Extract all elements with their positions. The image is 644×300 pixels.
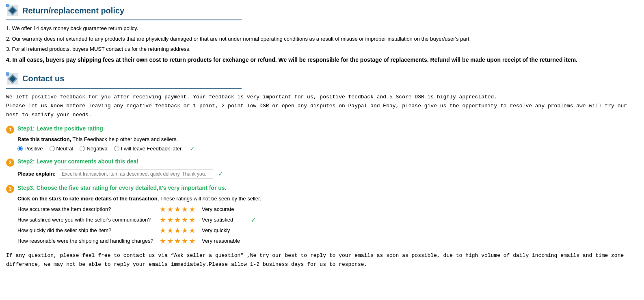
star-2-3[interactable]: ★ bbox=[174, 226, 181, 235]
contact-intro-line1: We left positive feedback for you after … bbox=[6, 93, 638, 102]
radio-later-input[interactable] bbox=[114, 146, 119, 151]
rating-question-2: How quickly did the seller ship the item… bbox=[17, 227, 156, 233]
stars-intro: Click on the stars to rate more details … bbox=[17, 196, 638, 202]
rate-label: Rate this transaction, This Feedback hel… bbox=[17, 136, 638, 142]
svg-rect-7 bbox=[6, 72, 9, 76]
contact-intro-line2: Please let us know before leaving any ne… bbox=[6, 102, 638, 120]
step3-checkmark: ✓ bbox=[251, 215, 257, 224]
contact-diamond-icon bbox=[6, 72, 19, 85]
stars-section: Click on the stars to rate more details … bbox=[17, 196, 638, 246]
step1-number: 1 bbox=[6, 126, 14, 134]
radio-negativa-input[interactable] bbox=[80, 146, 85, 151]
step2-header: 2 Step2: Leave your comments about this … bbox=[6, 158, 638, 167]
star-2-1[interactable]: ★ bbox=[160, 226, 166, 235]
star-3-3[interactable]: ★ bbox=[174, 237, 181, 246]
step3-header: 3 Step3: Choose the five star rating for… bbox=[6, 185, 638, 193]
star-3-2[interactable]: ★ bbox=[167, 237, 173, 246]
rating-rows: How accurate was the Item description? ★… bbox=[17, 205, 638, 246]
rating-label-2: Very quickly bbox=[202, 227, 242, 233]
please-explain-row: Please explain: ✓ bbox=[17, 169, 638, 179]
rating-question-0: How accurate was the Item description? bbox=[17, 206, 156, 212]
return-policy-title: Return/replacement policy bbox=[22, 6, 124, 15]
step3-number: 3 bbox=[6, 185, 14, 193]
svg-rect-3 bbox=[6, 4, 9, 7]
star-3-1[interactable]: ★ bbox=[160, 237, 166, 246]
contact-us-header: Contact us bbox=[6, 72, 638, 85]
return-item-2: 2. Our warranty does not extended to any… bbox=[6, 35, 638, 43]
return-policy-section: Return/replacement policy 1. We offer 14… bbox=[6, 4, 638, 64]
stars-0[interactable]: ★ ★ ★ ★ ★ bbox=[160, 205, 195, 214]
stars-click-intro: Click on the stars to rate more details … bbox=[17, 196, 159, 202]
star-1-3[interactable]: ★ bbox=[174, 215, 181, 224]
radio-negativa[interactable]: Negativa bbox=[80, 146, 107, 152]
step2-checkmark: ✓ bbox=[218, 170, 223, 178]
star-1-5[interactable]: ★ bbox=[189, 215, 195, 224]
step1-header: 1 Step1: Leave the positive rating bbox=[6, 125, 638, 134]
rating-label-3: Very reasonable bbox=[202, 238, 242, 244]
star-2-2[interactable]: ★ bbox=[167, 226, 173, 235]
rating-row-2: How quickly did the seller ship the item… bbox=[17, 226, 638, 235]
return-item-4: 4. In all cases, buyers pay shipping fee… bbox=[6, 56, 638, 64]
stars-2[interactable]: ★ ★ ★ ★ ★ bbox=[160, 226, 195, 235]
star-2-4[interactable]: ★ bbox=[182, 226, 188, 235]
star-3-4[interactable]: ★ bbox=[182, 237, 188, 246]
star-0-5[interactable]: ★ bbox=[189, 205, 195, 214]
star-0-2[interactable]: ★ bbox=[167, 205, 173, 214]
radio-neutral-input[interactable] bbox=[50, 146, 55, 151]
radio-positive[interactable]: Positive bbox=[17, 146, 43, 152]
radio-negativa-label: Negativa bbox=[86, 146, 107, 152]
radio-neutral[interactable]: Neutral bbox=[50, 146, 73, 152]
radio-later-label: I will leave Feedback later bbox=[121, 146, 182, 152]
step2-number: 2 bbox=[6, 159, 14, 167]
return-item-1: 1. We offer 14 days money back guarantee… bbox=[6, 24, 638, 33]
contact-us-section: Contact us We left positive feedback for… bbox=[6, 72, 638, 269]
radio-later[interactable]: I will leave Feedback later bbox=[114, 146, 182, 152]
rating-label-1: Very satisfied bbox=[202, 217, 242, 223]
star-0-1[interactable]: ★ bbox=[160, 205, 166, 214]
contact-intro: We left positive feedback for you after … bbox=[6, 93, 638, 120]
stars-3[interactable]: ★ ★ ★ ★ ★ bbox=[160, 237, 195, 246]
step3-title: Step3: Choose the five star rating for e… bbox=[17, 185, 226, 191]
contact-us-divider bbox=[6, 88, 242, 89]
star-0-3[interactable]: ★ bbox=[174, 205, 181, 214]
step1-title: Step1: Leave the positive rating bbox=[17, 125, 103, 132]
diamond-icon bbox=[6, 4, 19, 17]
please-explain-label: Please explain: bbox=[17, 171, 56, 177]
return-policy-divider bbox=[6, 20, 242, 20]
rating-row-0: How accurate was the Item description? ★… bbox=[17, 205, 638, 214]
contact-footer: If any question, please feel free to con… bbox=[6, 251, 638, 269]
stars-1[interactable]: ★ ★ ★ ★ ★ bbox=[160, 215, 195, 224]
rating-question-1: How satisfired were you with the seller'… bbox=[17, 217, 156, 223]
stars-click-sub: These ratings will not be seen by the se… bbox=[160, 196, 261, 202]
rating-label-0: Very accurate bbox=[202, 206, 242, 212]
star-1-2[interactable]: ★ bbox=[167, 215, 173, 224]
radio-positive-label: Positive bbox=[24, 146, 43, 152]
step1-checkmark: ✓ bbox=[190, 145, 195, 152]
star-1-4[interactable]: ★ bbox=[182, 215, 188, 224]
star-0-4[interactable]: ★ bbox=[182, 205, 188, 214]
star-3-5[interactable]: ★ bbox=[189, 237, 195, 246]
step2-title: Step2: Leave your comments about this de… bbox=[17, 158, 138, 165]
star-1-1[interactable]: ★ bbox=[160, 215, 166, 224]
contact-footer-text: If any question, please feel free to con… bbox=[6, 251, 638, 269]
radio-positive-input[interactable] bbox=[17, 146, 23, 151]
feedback-radio-group[interactable]: Positive Neutral Negativa I will leave F… bbox=[17, 145, 638, 152]
return-item-3: 3. For all returned products, buyers MUS… bbox=[6, 45, 638, 53]
contact-us-title: Contact us bbox=[22, 74, 64, 83]
rating-row-3: How reasonable were the shipping and han… bbox=[17, 237, 638, 246]
return-policy-header: Return/replacement policy bbox=[6, 4, 638, 17]
rating-question-3: How reasonable were the shipping and han… bbox=[17, 238, 156, 244]
please-explain-input[interactable] bbox=[59, 169, 213, 179]
rating-row-1: How satisfired were you with the seller'… bbox=[17, 215, 638, 224]
radio-neutral-label: Neutral bbox=[56, 146, 73, 152]
rate-transaction: Rate this transaction, This Feedback hel… bbox=[17, 136, 638, 152]
star-2-5[interactable]: ★ bbox=[189, 226, 195, 235]
